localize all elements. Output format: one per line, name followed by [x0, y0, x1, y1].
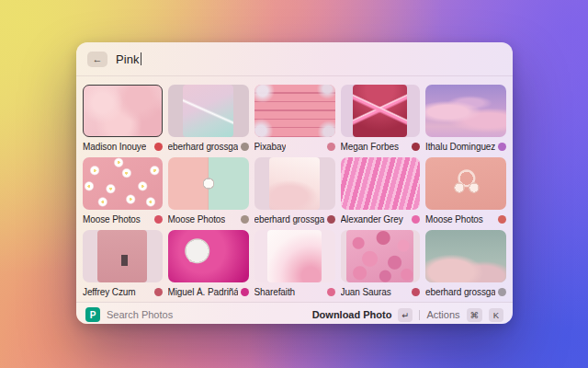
photographer-avatar: [412, 215, 420, 224]
photographer-name: Juan Sauras: [341, 287, 391, 297]
download-photo-action[interactable]: Download Photo: [312, 309, 392, 320]
enter-key-icon: ↵: [398, 308, 413, 322]
photo-thumbnail[interactable]: [83, 85, 163, 137]
photo-image: [269, 157, 320, 210]
footer-divider: [419, 310, 420, 320]
photo-meta-row: Megan Forbes: [341, 141, 421, 152]
photo-image: [97, 230, 147, 282]
photo-meta-row: Ithalu Dominguez: [425, 141, 506, 152]
search-bar: ← Pink: [76, 42, 513, 76]
command-key-icon: ⌘: [467, 308, 483, 322]
photographer-name: Sharefaith: [254, 287, 296, 297]
photo-grid: Madison Inouye eberhard grossga...: [76, 76, 513, 302]
photo-image: [425, 230, 506, 282]
photo-result-item[interactable]: Madison Inouye: [83, 85, 163, 152]
back-button[interactable]: ←: [87, 52, 107, 67]
photo-thumbnail[interactable]: [83, 157, 163, 210]
photo-result-item[interactable]: Megan Forbes: [341, 85, 421, 152]
footer-actions: Download Photo ↵ Actions ⌘ K: [312, 308, 503, 322]
photo-thumbnail[interactable]: [425, 230, 506, 282]
photo-image: [83, 85, 163, 137]
photographer-name: Moose Photos: [425, 214, 483, 224]
photographer-avatar: [327, 143, 335, 151]
photo-meta-row: eberhard grossga...: [425, 286, 506, 297]
search-window: ← Pink Madison Inouye: [76, 42, 513, 324]
photo-result-item[interactable]: Alexander Grey: [341, 157, 421, 224]
photographer-name: eberhard grossga...: [168, 142, 238, 152]
photo-thumbnail[interactable]: [341, 85, 421, 137]
photo-image: [346, 230, 413, 282]
photographer-name: Moose Photos: [168, 214, 226, 224]
photographer-avatar: [154, 215, 163, 224]
pexels-logo-icon: P: [85, 307, 100, 322]
photo-image: [83, 157, 163, 210]
photographer-avatar: [498, 288, 506, 296]
search-input[interactable]: Pink: [116, 52, 141, 66]
photo-thumbnail[interactable]: [425, 157, 506, 210]
photo-meta-row: Juan Sauras: [341, 286, 421, 297]
photo-result-item[interactable]: Moose Photos: [83, 157, 163, 224]
photo-result-item[interactable]: eberhard grossga...: [425, 230, 506, 297]
photo-meta-row: Sharefaith: [254, 286, 335, 297]
photo-meta-row: Alexander Grey: [341, 213, 421, 224]
photo-meta-row: Madison Inouye: [83, 141, 163, 152]
photographer-name: Miguel Á. Padriñán: [168, 287, 238, 297]
photographer-avatar: [241, 215, 249, 224]
photo-result-item[interactable]: Sharefaith: [254, 230, 335, 297]
photo-thumbnail[interactable]: [168, 230, 249, 282]
photo-result-item[interactable]: Juan Sauras: [341, 230, 421, 297]
footer-command-label: Search Photos: [107, 309, 173, 320]
photo-meta-row: eberhard grossga...: [168, 141, 249, 152]
footer-app-info: P Search Photos: [85, 307, 173, 322]
photographer-avatar: [498, 143, 506, 151]
photo-result-item[interactable]: Ithalu Dominguez: [425, 85, 506, 152]
photo-result-item[interactable]: Pixabay: [254, 85, 335, 152]
actions-menu-button[interactable]: Actions: [426, 309, 459, 320]
photo-image: [254, 85, 335, 137]
photographer-avatar: [327, 215, 335, 224]
photo-result-item[interactable]: eberhard grossga...: [168, 85, 249, 152]
photographer-name: Megan Forbes: [341, 142, 399, 152]
photographer-name: Pixabay: [254, 142, 287, 152]
photo-result-item[interactable]: Jeffrey Czum: [83, 230, 163, 297]
photo-thumbnail[interactable]: [254, 230, 335, 282]
photographer-name: Alexander Grey: [341, 214, 403, 224]
photo-thumbnail[interactable]: [341, 157, 421, 210]
photo-meta-row: Moose Photos: [168, 213, 249, 224]
photo-meta-row: eberhard grossga...: [254, 213, 335, 224]
photo-result-item[interactable]: Moose Photos: [425, 157, 506, 224]
photo-image: [168, 230, 249, 282]
photo-thumbnail[interactable]: [254, 157, 335, 210]
photo-meta-row: Jeffrey Czum: [83, 286, 163, 297]
search-query-text: Pink: [116, 52, 140, 66]
k-key-icon: K: [489, 308, 503, 322]
text-cursor: [141, 52, 142, 65]
photo-result-item[interactable]: Miguel Á. Padriñán: [168, 230, 249, 297]
photo-image: [353, 85, 407, 137]
photo-image: [425, 157, 506, 210]
photo-thumbnail[interactable]: [341, 230, 421, 282]
photo-thumbnail[interactable]: [425, 85, 506, 137]
photographer-avatar: [412, 288, 420, 296]
photographer-avatar: [241, 143, 249, 151]
photo-thumbnail[interactable]: [168, 157, 249, 210]
photo-image: [168, 157, 249, 210]
photographer-name: eberhard grossga...: [425, 287, 495, 297]
back-arrow-icon: ←: [93, 53, 103, 64]
footer-bar: P Search Photos Download Photo ↵ Actions…: [76, 302, 513, 324]
photo-thumbnail[interactable]: [83, 230, 163, 282]
photo-meta-row: Pixabay: [254, 141, 335, 152]
photographer-name: Jeffrey Czum: [83, 287, 136, 297]
photographer-avatar: [327, 288, 335, 296]
photo-result-item[interactable]: eberhard grossga...: [254, 157, 335, 224]
photographer-name: Moose Photos: [83, 214, 141, 224]
photo-image: [267, 230, 322, 282]
photographer-name: Ithalu Dominguez: [425, 142, 495, 152]
desktop-background: ← Pink Madison Inouye: [0, 0, 588, 368]
photo-image: [341, 157, 421, 210]
photo-meta-row: Miguel Á. Padriñán: [168, 286, 249, 297]
photo-thumbnail[interactable]: [254, 85, 335, 137]
photographer-avatar: [154, 288, 163, 296]
photo-thumbnail[interactable]: [168, 85, 249, 137]
photo-result-item[interactable]: Moose Photos: [168, 157, 249, 224]
